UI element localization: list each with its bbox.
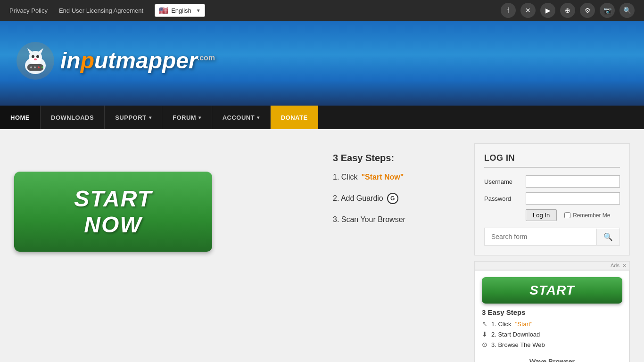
login-button[interactable]: Log In xyxy=(526,209,557,221)
youtube-icon[interactable]: ▶ xyxy=(540,3,555,18)
steam-icon[interactable]: ⚙ xyxy=(580,3,595,18)
browse-icon: ⊙ xyxy=(482,341,487,348)
guardio-icon: G xyxy=(387,193,398,204)
svg-point-5 xyxy=(32,55,34,58)
svg-point-9 xyxy=(30,66,32,68)
account-dropdown-icon: ▾ xyxy=(257,115,260,120)
header: inputmapper.com xyxy=(0,21,644,106)
navbar: HOME DOWNLOADS SUPPORT ▾ FORUM ▾ ACCOUNT… xyxy=(0,106,644,129)
username-row: Username xyxy=(484,175,620,188)
ad-step-2: ⬇ 2. Start Download xyxy=(482,330,622,338)
username-input[interactable] xyxy=(526,175,620,188)
search-input[interactable] xyxy=(485,228,596,245)
twitter-icon[interactable]: ✕ xyxy=(520,3,536,18)
support-dropdown-icon: ▾ xyxy=(149,115,152,120)
logo-container: inputmapper.com xyxy=(14,40,215,82)
forum-dropdown-icon: ▾ xyxy=(198,115,201,120)
sidebar: LOG IN Username Password Log In Remember… xyxy=(474,143,630,362)
topbar-left: Privacy Policy End User Licensing Agreem… xyxy=(9,4,205,17)
login-actions: Log In Remember Me xyxy=(526,209,620,221)
logo-dotcom: .com xyxy=(198,54,215,62)
step-2: 2. Add Guardio G xyxy=(333,193,474,204)
search-button[interactable]: 🔍 xyxy=(596,229,619,245)
start-now-button[interactable]: START NOW xyxy=(14,172,212,252)
svg-point-6 xyxy=(36,55,39,58)
ad-close-icon[interactable]: ✕ xyxy=(622,263,627,269)
step-1-text: 1. Click xyxy=(333,173,357,181)
ad-steps-title: 3 Easy Steps xyxy=(482,308,622,316)
logo-mapper: mapper xyxy=(116,48,197,73)
chevron-down-icon: ▼ xyxy=(196,8,201,13)
cursor-icon: ↖ xyxy=(482,320,487,328)
login-box: LOG IN Username Password Log In Remember… xyxy=(474,143,630,255)
eula-link[interactable]: End User Licensing Agreement xyxy=(59,7,143,14)
nav-home[interactable]: HOME xyxy=(0,106,41,129)
ad-step-1-text: 1. Click xyxy=(491,321,512,328)
step-3-text: 3. Scan Your Browser xyxy=(333,215,405,224)
ad-step-2-text: 2. Start Download xyxy=(491,331,540,338)
ad-step-1: ↖ 1. Click "Start" xyxy=(482,320,622,328)
ad-step-3-text: 3. Browse The Web xyxy=(491,341,545,348)
ad-box: Start 3 Easy Steps ↖ 1. Click "Start" ⬇ … xyxy=(475,270,629,362)
ad-steps: 3 Easy Steps ↖ 1. Click "Start" ⬇ 2. Sta… xyxy=(482,308,622,351)
nav-forum[interactable]: FORUM ▾ xyxy=(162,106,212,129)
step-3: 3. Scan Your Browser xyxy=(333,215,474,224)
logo-icon xyxy=(14,40,57,82)
svg-point-7 xyxy=(34,58,37,60)
ad-start-button[interactable]: Start xyxy=(482,277,622,304)
nav-downloads[interactable]: DOWNLOADS xyxy=(41,106,105,129)
ad-brand: Wave Browser xyxy=(529,358,575,362)
svg-point-12 xyxy=(41,66,43,68)
remember-me-checkbox-row: Remember Me xyxy=(564,212,610,219)
password-input[interactable] xyxy=(526,192,620,205)
nav-donate[interactable]: DONATE xyxy=(271,106,318,129)
privacy-policy-link[interactable]: Privacy Policy xyxy=(9,7,48,14)
topbar-social-icons: f ✕ ▶ ⊕ ⚙ 📷 🔍 xyxy=(501,3,635,18)
password-row: Password xyxy=(484,192,620,205)
step-2-text: 2. Add Guardio xyxy=(333,194,383,203)
lang-flag-icon: 🇺🇸 xyxy=(159,6,168,15)
ad-step-3: ⊙ 3. Browse The Web xyxy=(482,341,622,348)
start-now-link[interactable]: "Start Now" xyxy=(361,173,404,181)
svg-point-11 xyxy=(38,66,40,68)
logo-put: p xyxy=(81,48,94,73)
discord-icon[interactable]: ⊕ xyxy=(560,3,575,18)
logo-in: in xyxy=(60,48,81,73)
ad-wrapper: Ads ✕ Start 3 Easy Steps ↖ 1. Click "Sta… xyxy=(474,261,630,362)
nav-support[interactable]: SUPPORT ▾ xyxy=(105,106,162,129)
topbar: Privacy Policy End User Licensing Agreem… xyxy=(0,0,644,21)
facebook-icon[interactable]: f xyxy=(501,3,516,18)
logo-ut: ut xyxy=(94,48,116,73)
step-1: 1. Click "Start Now" xyxy=(333,173,474,181)
login-title: LOG IN xyxy=(484,153,620,168)
download-icon: ⬇ xyxy=(482,330,487,338)
search-icon[interactable]: 🔍 xyxy=(619,3,635,18)
remember-me-label: Remember Me xyxy=(573,212,610,219)
remember-me-checkbox[interactable] xyxy=(564,212,570,218)
logo-text: inputmapper.com xyxy=(60,49,215,72)
ad-start-link[interactable]: "Start" xyxy=(515,321,533,328)
ad-top-bar: Ads ✕ xyxy=(475,262,629,270)
lang-label: English xyxy=(171,7,191,14)
svg-point-10 xyxy=(34,66,36,68)
password-label: Password xyxy=(484,195,522,202)
steps-title: 3 Easy Steps: xyxy=(333,153,474,164)
steps-section: 3 Easy Steps: 1. Click "Start Now" 2. Ad… xyxy=(333,143,474,362)
language-selector[interactable]: 🇺🇸 English ▼ xyxy=(155,4,205,17)
nav-account[interactable]: ACCOUNT ▾ xyxy=(212,106,271,129)
ad-label: Ads xyxy=(611,263,619,269)
camera-icon[interactable]: 📷 xyxy=(600,3,615,18)
username-label: Username xyxy=(484,178,522,185)
content-left: START NOW xyxy=(14,143,333,362)
search-form: 🔍 xyxy=(484,228,620,246)
main-content: START NOW 3 Easy Steps: 1. Click "Start … xyxy=(0,129,644,362)
